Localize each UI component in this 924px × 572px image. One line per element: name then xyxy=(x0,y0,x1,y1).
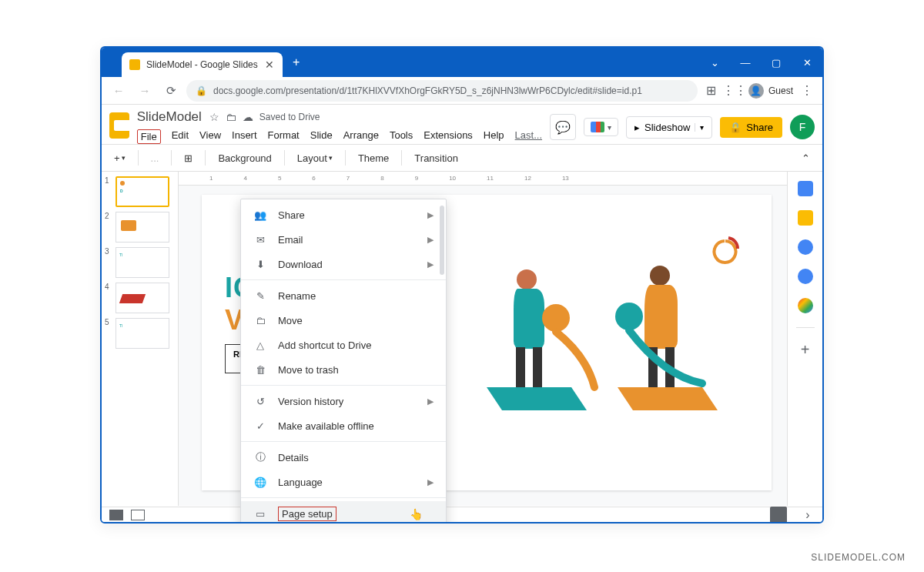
explore-button[interactable] xyxy=(770,507,787,523)
menu-view[interactable]: View xyxy=(199,129,221,144)
theme-button[interactable]: Theme xyxy=(353,149,393,167)
thumb-num: 1 xyxy=(105,176,112,207)
slideshow-button[interactable]: ▸Slideshow▾ xyxy=(626,116,712,139)
menu-slide[interactable]: Slide xyxy=(310,129,333,144)
menu-item-move-trash[interactable]: 🗑Move to trash xyxy=(241,357,446,382)
star-icon[interactable]: ☆ xyxy=(209,111,219,123)
comments-button[interactable]: 💬 xyxy=(550,114,576,140)
menu-item-share[interactable]: 👥Share▶ xyxy=(241,202,446,227)
file-menu-dropdown: 👥Share▶ ✉Email▶ ⬇Download▶ ✎Rename 🗀Move… xyxy=(240,199,447,523)
menu-item-move[interactable]: 🗀Move xyxy=(241,308,446,333)
thumb-num: 2 xyxy=(105,212,112,243)
menu-insert[interactable]: Insert xyxy=(232,129,257,144)
titlebar: SlideModel - Google Slides ✕ + ⌄ — ▢ ✕ xyxy=(102,48,822,77)
thumbnail-2[interactable]: 2 xyxy=(105,212,175,243)
drive-icon: △ xyxy=(253,338,267,352)
keep-icon[interactable] xyxy=(798,210,813,226)
guest-label: Guest xyxy=(768,85,793,96)
menu-item-page-setup[interactable]: ▭Page setup👆 xyxy=(241,501,446,523)
slides-logo-icon[interactable] xyxy=(109,112,129,139)
background-button[interactable]: Background xyxy=(213,149,276,167)
profile-guest[interactable]: 👤 Guest xyxy=(748,83,793,99)
new-slide-button[interactable]: + ▾ xyxy=(109,149,130,167)
add-panel-button[interactable]: + xyxy=(798,342,813,357)
share-button[interactable]: 🔒Share xyxy=(720,117,782,138)
account-avatar[interactable]: F xyxy=(790,115,815,139)
browser-menu-button[interactable]: ⋮ xyxy=(798,82,816,100)
share-label: Share xyxy=(746,122,773,133)
menu-item-offline[interactable]: ✓Make available offline xyxy=(241,413,446,438)
calendar-icon[interactable] xyxy=(798,181,813,196)
svg-rect-1 xyxy=(516,347,525,387)
thumbnail-4[interactable]: 4 xyxy=(105,283,175,313)
translate-icon[interactable]: ⊞ xyxy=(702,82,721,100)
status-bar: › xyxy=(102,507,822,522)
svg-point-4 xyxy=(650,266,670,286)
maximize-button[interactable]: ▢ xyxy=(761,48,792,77)
thumbnail-3[interactable]: 3TI xyxy=(105,247,175,278)
transition-button[interactable]: Transition xyxy=(410,149,463,167)
person-icon: 👤 xyxy=(748,83,764,99)
thumbnail-5[interactable]: 5TI xyxy=(105,318,175,349)
grid-view-icon[interactable] xyxy=(131,510,145,520)
tab-title: SlideModel - Google Slides xyxy=(146,59,258,70)
filmstrip-view-icon[interactable] xyxy=(109,510,123,520)
slide-illustration xyxy=(471,233,748,433)
contacts-icon[interactable] xyxy=(798,269,813,284)
folder-icon: 🗀 xyxy=(253,313,267,327)
lock-icon: 🔒 xyxy=(196,85,207,96)
url-input[interactable]: 🔒 docs.google.com/presentation/d/1tt7KHl… xyxy=(186,80,698,102)
menu-item-add-shortcut[interactable]: △Add shortcut to Drive xyxy=(241,333,446,357)
docs-header: SlideModel ☆ 🗀 ☁ Saved to Drive File Edi… xyxy=(102,105,822,144)
browser-window: SlideModel - Google Slides ✕ + ⌄ — ▢ ✕ ←… xyxy=(100,46,824,523)
layout-button[interactable]: Layout ▾ xyxy=(293,149,337,167)
menu-format[interactable]: Format xyxy=(268,129,300,144)
menu-item-language[interactable]: 🌐Language▶ xyxy=(241,470,446,494)
avatar-letter: F xyxy=(799,121,806,133)
menu-file[interactable]: File xyxy=(137,129,161,144)
forward-button[interactable]: → xyxy=(134,80,156,102)
layout-label: Layout xyxy=(297,152,327,164)
cursor-pointer-icon: 👆 xyxy=(410,508,423,520)
cloud-icon: ☁ xyxy=(243,111,253,123)
menu-item-download[interactable]: ⬇Download▶ xyxy=(241,252,446,276)
thumb-num: 4 xyxy=(105,283,112,313)
hide-panel-button[interactable]: › xyxy=(801,508,815,522)
doc-title[interactable]: SlideModel xyxy=(137,109,202,125)
menu-tools[interactable]: Tools xyxy=(390,129,413,144)
toolbar-hidden: ... xyxy=(146,149,164,167)
menu-extensions[interactable]: Extensions xyxy=(424,129,473,144)
close-tab-icon[interactable]: ✕ xyxy=(264,59,275,70)
new-tab-button[interactable]: + xyxy=(287,53,306,72)
reload-button[interactable]: ⟳ xyxy=(160,80,182,102)
menu-help[interactable]: Help xyxy=(484,129,504,144)
globe-icon: 🌐 xyxy=(253,475,267,489)
menu-item-details[interactable]: ⓘDetails xyxy=(241,445,446,470)
collapse-toolbar-button[interactable]: ⌃ xyxy=(797,149,815,167)
browser-tab[interactable]: SlideModel - Google Slides ✕ xyxy=(122,52,283,77)
thumbnail-1[interactable]: 1D xyxy=(105,176,175,207)
menu-item-rename[interactable]: ✎Rename xyxy=(241,283,446,308)
menu-arrange[interactable]: Arrange xyxy=(343,129,379,144)
side-panel: + xyxy=(787,172,822,506)
play-icon: ▸ xyxy=(634,122,640,133)
menu-item-email[interactable]: ✉Email▶ xyxy=(241,227,446,252)
close-window-button[interactable]: ✕ xyxy=(792,48,822,77)
tasks-icon[interactable] xyxy=(798,239,813,255)
move-folder-icon[interactable]: 🗀 xyxy=(226,111,236,123)
extensions-icon[interactable]: ⋮⋮ xyxy=(725,82,744,100)
menu-bar: File Edit View Insert Format Slide Arran… xyxy=(137,125,542,144)
saved-status: Saved to Drive xyxy=(259,112,320,122)
slideshow-label: Slideshow xyxy=(644,122,690,133)
text-box-button[interactable]: ⊞ xyxy=(179,149,197,167)
menu-last-edit[interactable]: Last... xyxy=(515,129,542,144)
back-button[interactable]: ← xyxy=(108,80,129,102)
meet-button[interactable]: ▾ xyxy=(584,118,618,136)
chevron-down-icon[interactable]: ⌄ xyxy=(699,48,730,77)
minimize-button[interactable]: — xyxy=(730,48,761,77)
menu-item-version-history[interactable]: ↺Version history▶ xyxy=(241,389,446,413)
menu-edit[interactable]: Edit xyxy=(172,129,189,144)
svg-point-3 xyxy=(542,304,570,332)
maps-icon[interactable] xyxy=(798,298,813,313)
offline-icon: ✓ xyxy=(253,419,267,433)
